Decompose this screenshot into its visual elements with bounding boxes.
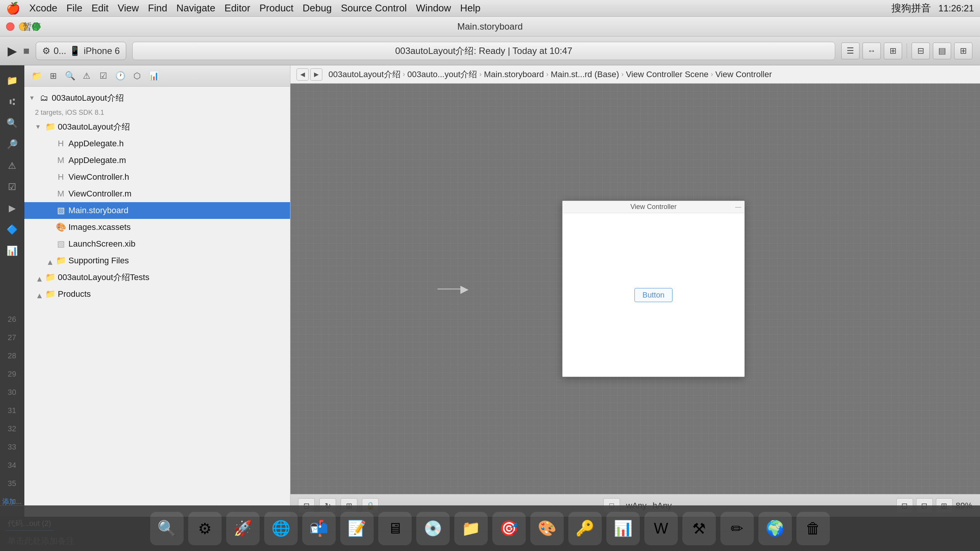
dock-tool2[interactable]: 🎨 bbox=[530, 512, 564, 545]
nav-symbol-btn[interactable]: ⊞ bbox=[46, 69, 61, 83]
file-launchscreen-xib[interactable]: ▶ ▧ LaunchScreen.xib bbox=[24, 236, 290, 252]
menu-product[interactable]: Product bbox=[259, 2, 293, 14]
vc-button-label: Button bbox=[643, 291, 665, 299]
file-main-storyboard[interactable]: ▶ ▧ Main.storyboard bbox=[24, 202, 290, 219]
dock-notes[interactable]: 📝 bbox=[340, 512, 374, 545]
products-arrow: ▶ bbox=[35, 290, 43, 298]
vc-title-bar: View Controller — bbox=[563, 201, 744, 213]
nav-warning-btn[interactable]: ⚠ bbox=[79, 69, 94, 83]
editor-assistant-btn[interactable]: ↔ bbox=[862, 43, 881, 59]
dock-trash[interactable]: 🗑 bbox=[796, 512, 830, 545]
dock-tool1[interactable]: 🎯 bbox=[492, 512, 526, 545]
vc-button[interactable]: Button bbox=[635, 288, 673, 302]
menu-help[interactable]: Help bbox=[460, 2, 480, 14]
row-number-27: 27 bbox=[2, 328, 22, 346]
breadcrumb-base-label: Main.st...rd (Base) bbox=[551, 70, 619, 79]
breadcrumb-project[interactable]: 003autoLayout介绍 bbox=[328, 69, 401, 80]
dock-safari[interactable]: 🌐 bbox=[264, 512, 298, 545]
input-method[interactable]: 搜狗拼音 bbox=[891, 2, 931, 15]
menu-edit[interactable]: Edit bbox=[92, 2, 109, 14]
menu-source-control[interactable]: Source Control bbox=[341, 2, 407, 14]
breakpoint-icon[interactable]: 🔷 bbox=[3, 221, 21, 239]
storyboard-canvas[interactable]: View Controller — Button bbox=[290, 84, 980, 494]
file-viewcontroller-h[interactable]: ▶ H ViewController.h bbox=[24, 169, 290, 186]
menu-bar-right: 搜狗拼音 11:26:21 bbox=[891, 2, 974, 15]
breadcrumb-vc[interactable]: View Controller bbox=[716, 70, 772, 79]
group-folder[interactable]: ▼ 📁 003autoLayout介绍 bbox=[24, 119, 290, 135]
menu-navigate[interactable]: Navigate bbox=[177, 2, 216, 14]
issue-navigator-icon[interactable]: ⚠ bbox=[3, 157, 21, 175]
dock-launchpad[interactable]: 🚀 bbox=[226, 512, 259, 545]
folder-tests[interactable]: ▶ 📁 003autoLayout介绍Tests bbox=[24, 269, 290, 286]
apple-menu[interactable]: 🍎 bbox=[6, 2, 20, 15]
row-number-29: 29 bbox=[2, 365, 22, 383]
file-appdelegate-h[interactable]: ▶ H AppDelegate.h bbox=[24, 135, 290, 152]
scheme-icon: ⚙ bbox=[42, 46, 51, 56]
menu-view[interactable]: View bbox=[118, 2, 139, 14]
dock-filemanager[interactable]: 📁 bbox=[454, 512, 488, 545]
editor-version-btn[interactable]: ⊞ bbox=[884, 43, 902, 59]
close-button[interactable] bbox=[6, 22, 14, 31]
vc-content[interactable]: Button bbox=[563, 213, 744, 376]
editor-standard-btn[interactable]: ☰ bbox=[841, 43, 859, 59]
file-viewcontroller-m[interactable]: ▶ M ViewController.m bbox=[24, 186, 290, 202]
dock-tool3[interactable]: 🔑 bbox=[568, 512, 602, 545]
dock-xcode[interactable]: ⚒ bbox=[682, 512, 716, 545]
view-controller-box[interactable]: View Controller — Button bbox=[562, 201, 745, 377]
nav-folder-btn[interactable]: 📁 bbox=[29, 69, 44, 83]
find-icon[interactable]: 🔎 bbox=[3, 135, 21, 154]
menu-file[interactable]: File bbox=[67, 2, 83, 14]
dock-word[interactable]: W bbox=[644, 512, 678, 545]
nav-forward-btn[interactable]: ▶ bbox=[310, 68, 322, 81]
file-images-xcassets[interactable]: ▶ 🎨 Images.xcassets bbox=[24, 219, 290, 236]
menu-window[interactable]: Window bbox=[416, 2, 451, 14]
supporting-folder-icon: 📁 bbox=[56, 256, 66, 266]
m-file-icon: M bbox=[56, 156, 66, 165]
debug-navigator-icon[interactable]: ▶ bbox=[3, 199, 21, 218]
nav-back-btn[interactable]: ◀ bbox=[296, 68, 309, 81]
stop-button[interactable]: ■ bbox=[23, 45, 30, 57]
nav-search-btn[interactable]: 🔍 bbox=[62, 69, 78, 83]
folder-supporting-files[interactable]: ▶ 📁 Supporting Files bbox=[24, 252, 290, 269]
device-icon: 📱 bbox=[69, 46, 81, 56]
breadcrumb-group[interactable]: 003auto...yout介绍 bbox=[407, 69, 477, 80]
dock-pen[interactable]: ✏ bbox=[721, 512, 754, 545]
nav-recent-btn[interactable]: 🕐 bbox=[113, 69, 128, 83]
row-number-32: 32 bbox=[2, 419, 22, 438]
menu-debug[interactable]: Debug bbox=[302, 2, 332, 14]
report-icon[interactable]: 📊 bbox=[3, 242, 21, 260]
dock-tool4[interactable]: 📊 bbox=[606, 512, 640, 545]
file-name-storyboard: Main.storyboard bbox=[68, 206, 129, 216]
file-navigator: 📁 ⊞ 🔍 ⚠ ☑ 🕐 ⬡ 📊 ▼ 🗂 003autoLayout介绍 2 ta… bbox=[24, 65, 290, 517]
inspector-toggle-btn[interactable]: ⊞ bbox=[954, 43, 972, 59]
dock-finder[interactable]: 🔍 bbox=[150, 512, 184, 545]
symbol-nav-icon[interactable]: 🔍 bbox=[3, 114, 21, 132]
nav-test-btn[interactable]: ☑ bbox=[96, 69, 111, 83]
dock-terminal[interactable]: 🖥 bbox=[378, 512, 412, 545]
nav-report-btn[interactable]: 📊 bbox=[146, 69, 161, 83]
test-navigator-icon[interactable]: ☑ bbox=[3, 178, 21, 196]
project-root[interactable]: ▼ 🗂 003autoLayout介绍 bbox=[24, 90, 290, 106]
source-control-icon[interactable]: ⑆ bbox=[3, 93, 21, 111]
breadcrumb-scene[interactable]: View Controller Scene bbox=[626, 70, 709, 79]
breadcrumb-file[interactable]: Main.storyboard bbox=[484, 70, 544, 79]
breadcrumb-vc-label: View Controller bbox=[716, 70, 772, 79]
menu-editor[interactable]: Editor bbox=[225, 2, 250, 14]
menu-find[interactable]: Find bbox=[148, 2, 167, 14]
dock-mail[interactable]: 📬 bbox=[302, 512, 336, 545]
dock-browser[interactable]: 🌍 bbox=[758, 512, 792, 545]
tests-arrow: ▶ bbox=[35, 274, 43, 281]
dock-disk[interactable]: 💿 bbox=[416, 512, 450, 545]
file-appdelegate-m[interactable]: ▶ M AppDelegate.m bbox=[24, 152, 290, 169]
menu-xcode[interactable]: Xcode bbox=[29, 2, 57, 14]
debug-toggle-btn[interactable]: ▤ bbox=[933, 43, 951, 59]
folder-products[interactable]: ▶ 📁 Products bbox=[24, 286, 290, 302]
breadcrumb-base[interactable]: Main.st...rd (Base) bbox=[551, 70, 619, 79]
navigator-toggle-btn[interactable]: ⊟ bbox=[912, 43, 930, 59]
dock-system-prefs[interactable]: ⚙ bbox=[188, 512, 222, 545]
m-file-icon-2: M bbox=[56, 189, 66, 199]
run-button[interactable]: ▶ bbox=[8, 44, 17, 58]
scheme-selector[interactable]: ⚙ 0... 📱 iPhone 6 bbox=[36, 42, 126, 60]
navigator-icon[interactable]: 📁 bbox=[3, 71, 21, 90]
nav-breakpoint-btn[interactable]: ⬡ bbox=[129, 69, 145, 83]
